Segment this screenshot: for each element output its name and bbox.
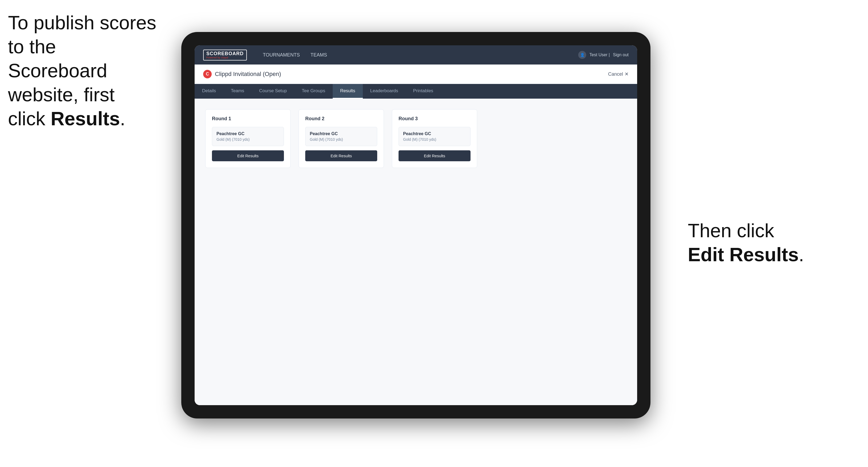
tab-details[interactable]: Details [195,84,223,99]
round-3-edit-button[interactable]: Edit Results [399,150,470,161]
round-2-title: Round 2 [305,116,377,122]
round-3-course-name: Peachtree GC [403,131,466,136]
tab-nav: Details Teams Course Setup Tee Groups Re… [195,84,637,99]
round-2-course: Peachtree GC Gold (M) (7010 yds) [305,127,377,146]
round-2-course-details: Gold (M) (7010 yds) [310,137,373,142]
round-1-title: Round 1 [212,116,284,122]
nav-signout[interactable]: Sign out [613,53,629,57]
logo-subtitle: Powered by clippd [206,56,244,59]
round-1-edit-button[interactable]: Edit Results [212,150,284,161]
nav-tournaments[interactable]: TOURNAMENTS [263,51,300,59]
rounds-grid: Round 1 Peachtree GC Gold (M) (7010 yds)… [205,109,626,168]
tournament-title: Clippd Invitational (Open) [215,71,281,77]
logo-text: SCOREBOARD [206,51,244,56]
tournament-header: C Clippd Invitational (Open) Cancel ✕ [195,64,637,84]
round-1-card: Round 1 Peachtree GC Gold (M) (7010 yds)… [205,109,290,168]
tournament-icon: C [203,70,212,79]
round-1-course-name: Peachtree GC [216,131,279,136]
tab-course-setup[interactable]: Course Setup [252,84,294,99]
round-2-card: Round 2 Peachtree GC Gold (M) (7010 yds)… [299,109,384,168]
instruction-right: Then click Edit Results. [688,219,804,267]
tab-teams[interactable]: Teams [223,84,252,99]
round-2-edit-button[interactable]: Edit Results [305,150,377,161]
cancel-button[interactable]: Cancel ✕ [608,71,629,77]
close-icon: ✕ [625,71,629,77]
top-nav: SCOREBOARD Powered by clippd TOURNAMENTS… [195,45,637,64]
nav-teams[interactable]: TEAMS [311,51,327,59]
tablet-device: SCOREBOARD Powered by clippd TOURNAMENTS… [181,32,650,418]
main-content: Round 1 Peachtree GC Gold (M) (7010 yds)… [195,99,637,405]
tab-results[interactable]: Results [333,84,363,99]
round-3-card: Round 3 Peachtree GC Gold (M) (7010 yds)… [392,109,477,168]
tablet-screen: SCOREBOARD Powered by clippd TOURNAMENTS… [195,45,637,405]
nav-user: Test User | [589,53,610,57]
round-3-course: Peachtree GC Gold (M) (7010 yds) [399,127,470,146]
round-1-course: Peachtree GC Gold (M) (7010 yds) [212,127,284,146]
nav-items: TOURNAMENTS TEAMS [263,51,578,59]
tab-tee-groups[interactable]: Tee Groups [294,84,333,99]
round-3-title: Round 3 [399,116,470,122]
round-3-course-details: Gold (M) (7010 yds) [403,137,466,142]
nav-right: 👤 Test User | Sign out [578,51,629,59]
user-avatar: 👤 [578,51,586,59]
tournament-title-area: C Clippd Invitational (Open) [203,70,281,79]
logo-area: SCOREBOARD Powered by clippd [203,50,247,61]
logo-box: SCOREBOARD Powered by clippd [203,50,247,61]
tab-leaderboards[interactable]: Leaderboards [363,84,406,99]
instruction-left: To publish scores to the Scoreboard webs… [8,11,157,131]
round-2-course-name: Peachtree GC [310,131,373,136]
round-1-course-details: Gold (M) (7010 yds) [216,137,279,142]
tab-printables[interactable]: Printables [406,84,441,99]
